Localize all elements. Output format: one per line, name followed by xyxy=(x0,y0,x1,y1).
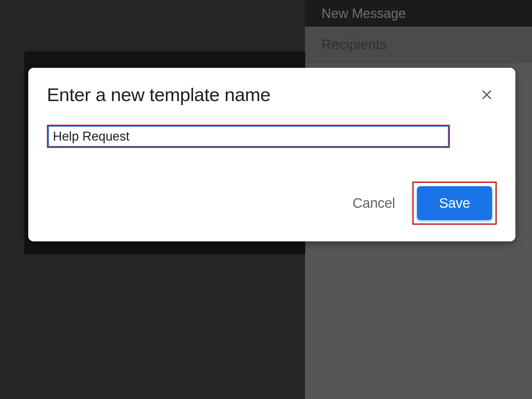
save-button-highlight: Save xyxy=(412,182,497,225)
close-icon xyxy=(480,88,493,101)
dialog-header: Enter a new template name xyxy=(47,84,497,105)
new-template-dialog: Enter a new template name Cancel Save xyxy=(28,68,515,241)
dialog-title: Enter a new template name xyxy=(47,84,270,105)
template-name-input[interactable] xyxy=(48,126,449,147)
cancel-button[interactable]: Cancel xyxy=(351,192,396,214)
close-button[interactable] xyxy=(477,85,497,105)
save-button[interactable]: Save xyxy=(417,186,492,220)
template-name-input-highlight xyxy=(47,125,450,148)
dialog-actions: Cancel Save xyxy=(351,182,497,225)
